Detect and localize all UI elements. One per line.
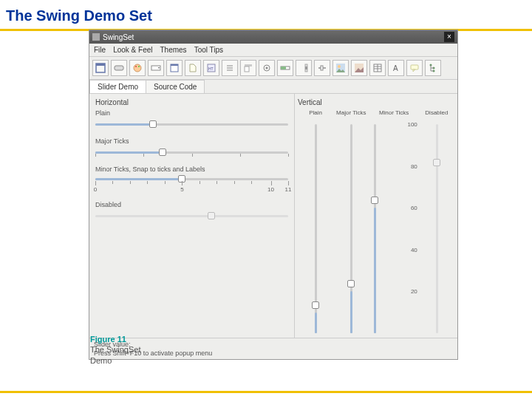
figure-number: Figure 11 [90,335,126,344]
disabled-slider-group: Disabled [95,201,288,222]
tb-option-icon[interactable] [259,60,275,76]
status-line2: Press Shift+F10 to activate popup menu [94,349,453,357]
minor-tick-10: 10 [267,186,274,193]
major-slider-label: Major Ticks [95,137,288,145]
svg-rect-15 [245,66,249,72]
tb-menu-icon[interactable] [240,60,256,76]
svg-point-5 [138,66,140,67]
vminor-label: Minor Ticks [379,109,409,124]
svg-point-17 [266,67,268,69]
tb-text-icon[interactable]: A [388,60,404,76]
tab-source-code[interactable]: Source Code [146,80,205,93]
vplain-slider[interactable] [310,124,321,333]
svg-point-25 [338,65,341,68]
vdisabled-slider [431,124,443,333]
tb-tooltip-icon[interactable] [406,60,423,76]
figure-caption-line1: The SwingSet [90,345,140,354]
minor-slider[interactable]: 0 5 10 11 [95,174,288,194]
svg-rect-21 [305,66,307,69]
svg-rect-19 [281,66,286,69]
svg-point-4 [135,66,137,67]
vminor-scale: 100 80 60 40 20 [404,124,419,333]
plain-slider[interactable] [95,118,288,130]
swingset-window-figure: SwingSet × File Look & Feel Themes Tool … [89,30,458,360]
tb-palette-icon[interactable] [129,60,146,76]
vertical-sliders-row: Plain Major Ticks [298,109,454,333]
vminor-col: Minor Ticks 100 80 60 40 20 [369,109,418,333]
svg-rect-32 [411,65,418,69]
toolbar: HT A [89,57,457,80]
bottom-underline [0,391,532,393]
tb-table-icon[interactable] [369,60,386,76]
minor-tick-11: 11 [285,186,292,193]
tb-slider-icon[interactable] [314,60,330,76]
vertical-header: Vertical [298,98,454,106]
demo-content: Horizontal Plain Major Ticks [89,94,457,338]
close-button[interactable]: × [444,32,454,42]
svg-rect-23 [321,66,323,70]
major-slider[interactable] [95,146,288,158]
svg-rect-2 [115,66,123,70]
tab-slider-demo[interactable]: Slider Demo [89,80,146,93]
svg-rect-1 [96,64,105,66]
major-slider-group: Major Ticks [95,137,288,158]
svg-text:HT: HT [208,66,214,71]
figure-caption: Figure 11 The SwingSet Demo [90,334,140,366]
disabled-slider-label: Disabled [95,201,288,208]
plain-slider-group: Plain [95,109,288,130]
menu-themes[interactable]: Themes [160,46,187,54]
menu-lookfeel[interactable]: Look & Feel [113,46,152,54]
vertical-column: Vertical Plain Major Ticks [295,94,457,338]
tb-progress-icon[interactable] [277,60,293,76]
horizontal-header: Horizontal [95,98,288,106]
tb-frame-icon[interactable] [92,60,109,76]
svg-rect-8 [171,64,178,66]
svg-point-3 [134,64,141,72]
tb-tree-icon[interactable] [425,60,441,76]
tb-file-icon[interactable] [185,60,201,76]
vminor-slider[interactable] [369,124,403,333]
tb-combo-icon[interactable] [148,60,164,76]
minor-tick-5: 5 [180,186,183,193]
titlebar[interactable]: SwingSet × [89,30,457,44]
minor-tick-0: 0 [94,186,97,193]
disabled-slider [95,210,288,222]
horizontal-column: Horizontal Plain Major Ticks [89,94,295,338]
slide-title: The Swing Demo Set [0,0,532,29]
svg-text:A: A [393,64,398,72]
plain-slider-label: Plain [95,109,288,117]
window-title: SwingSet [103,33,444,41]
vplain-label: Plain [309,109,322,124]
window-icon [92,33,100,41]
menubar: File Look & Feel Themes Tool Tips [89,44,457,57]
tb-image2-icon[interactable] [351,60,367,76]
status-bar: Slider value: Press Shift+F10 to activat… [89,338,457,359]
tab-bar: Slider Demo Source Code [89,80,457,94]
app-window: SwingSet × File Look & Feel Themes Tool … [89,30,458,360]
minor-slider-group: Minor Ticks, Snap to ticks and Labels 0 … [95,166,288,194]
tb-html-icon[interactable]: HT [203,60,219,76]
figure-caption-line2: Demo [90,356,112,365]
vdisabled-col: Disabled [419,109,454,333]
tb-list-icon[interactable] [222,60,238,76]
status-line1: Slider value: [94,341,453,348]
vmajor-col: Major Ticks [333,109,369,333]
tb-image1-icon[interactable] [332,60,349,76]
menu-tooltips[interactable]: Tool Tips [194,46,223,54]
vplain-col: Plain [298,109,333,333]
menu-file[interactable]: File [94,46,106,54]
tb-dialog-icon[interactable] [166,60,183,76]
vdisabled-label: Disabled [425,109,448,124]
tb-scroll-icon[interactable] [296,60,312,76]
minor-slider-label: Minor Ticks, Snap to ticks and Labels [95,166,288,173]
tb-button-icon[interactable] [111,60,127,76]
